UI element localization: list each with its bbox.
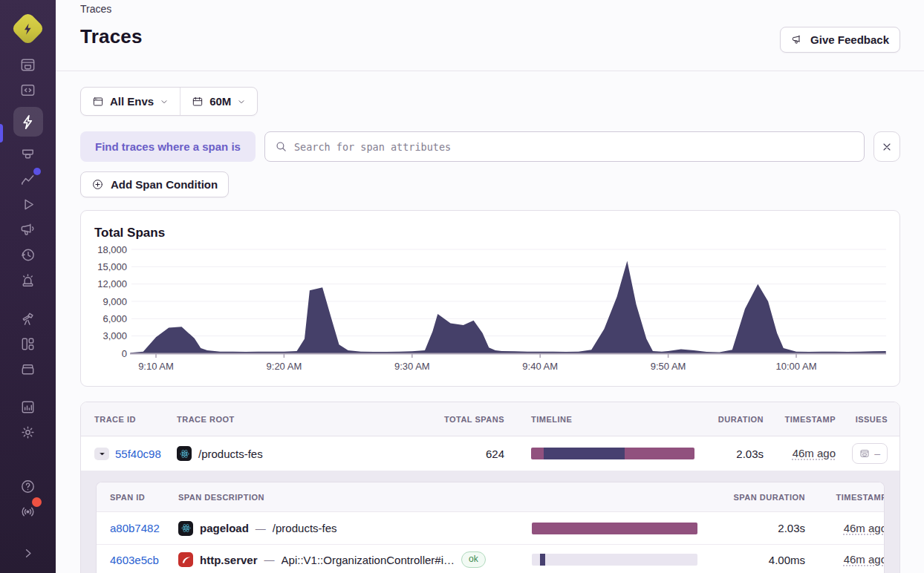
search-icon	[275, 140, 287, 153]
sentry-logo[interactable]	[0, 4, 56, 52]
svg-text:12,000: 12,000	[97, 278, 127, 289]
code-folder-icon	[19, 82, 36, 99]
chevron-down-icon	[160, 97, 169, 106]
total-spans-area-chart: 03,0006,0009,00012,00015,00018,0009:10 A…	[93, 242, 901, 377]
trace-id-link[interactable]: 55f40c98	[115, 448, 161, 460]
span-duration-bar	[532, 554, 697, 566]
rails-project-icon	[178, 552, 193, 567]
span-id-link[interactable]: 4603e5cb	[110, 554, 178, 566]
breadcrumb[interactable]: Traces	[80, 0, 111, 15]
span-op: http.server	[200, 554, 258, 566]
spans-table-header: SPAN ID SPAN DESCRIPTION SPAN DURATION T…	[97, 482, 884, 512]
sidebar-item-explore[interactable]	[13, 77, 43, 102]
sidebar-item-discover[interactable]	[13, 306, 43, 331]
calendar-icon	[192, 96, 204, 108]
find-traces-chip: Find traces where a span is	[80, 131, 256, 162]
svg-text:9:20 AM: 9:20 AM	[267, 361, 302, 372]
total-spans-chart-card: Total Spans 03,0006,0009,00012,00015,000…	[80, 210, 900, 387]
archive-box-icon	[19, 361, 36, 378]
lightning-icon	[19, 114, 36, 131]
feedback-label: Give Feedback	[810, 33, 889, 46]
trace-timeline-bar	[531, 448, 694, 459]
span-id-link[interactable]: a80b7482	[110, 522, 178, 534]
react-project-icon	[177, 446, 192, 461]
span-description: Api::V1::OrganizationController#i…	[282, 554, 455, 566]
header-trace-id: TRACE ID	[94, 415, 177, 424]
sidebar-item-settings[interactable]	[13, 419, 43, 445]
collapse-row-button[interactable]	[94, 448, 109, 460]
trace-root-name: /products-fes	[198, 448, 263, 460]
sidebar-item-traces[interactable]	[13, 107, 43, 137]
trace-timestamp-link[interactable]: 46m ago	[793, 447, 836, 459]
window-icon	[92, 96, 104, 108]
separator: —	[264, 554, 275, 566]
time-range-filter[interactable]: 60M	[180, 88, 257, 115]
active-nav-indicator	[0, 124, 3, 143]
sidebar-collapse-button[interactable]	[13, 540, 43, 566]
help-icon	[19, 478, 36, 495]
add-span-condition-button[interactable]: Add Span Condition	[80, 171, 229, 197]
filter-bar: All Envs 60M	[80, 87, 258, 116]
environment-filter[interactable]: All Envs	[81, 88, 180, 115]
span-search-input[interactable]	[294, 141, 854, 153]
sidebar-item-feedback[interactable]	[13, 217, 43, 242]
span-duration: 2.03s	[697, 522, 805, 534]
chevron-down-icon	[98, 450, 106, 458]
span-status-badge: ok	[461, 551, 486, 568]
trace-issues-button[interactable]: –	[852, 443, 888, 464]
query-builder-row: Find traces where a span is	[80, 131, 900, 162]
svg-text:15,000: 15,000	[97, 261, 127, 272]
sidebar-item-graphs[interactable]	[13, 166, 43, 191]
span-timestamp-link[interactable]: 46m ago	[844, 553, 885, 566]
span-row: a80b7482 pageload — /products-fes 2.03s …	[97, 512, 884, 544]
sidebar-item-help[interactable]	[13, 474, 43, 499]
main-area: Traces Traces Give Feedback All Envs 60M…	[56, 0, 924, 573]
give-feedback-button[interactable]: Give Feedback	[780, 27, 900, 53]
span-row: 4603e5cb http.server — Api::V1::Organiza…	[97, 544, 884, 573]
chevron-down-icon	[237, 97, 246, 106]
svg-text:6,000: 6,000	[103, 313, 127, 324]
svg-text:3,000: 3,000	[103, 330, 127, 341]
sidebar-item-history[interactable]	[13, 242, 43, 267]
header-timestamp: TIMESTAMP	[764, 415, 836, 424]
sidebar-item-replays[interactable]	[13, 191, 43, 217]
bar-chart-icon	[19, 399, 36, 416]
chevron-right-icon	[19, 545, 36, 562]
header-span-timestamp: TIMESTAMP	[805, 493, 885, 502]
trace-duration: 2.03s	[694, 448, 764, 460]
projector-icon	[19, 145, 36, 163]
page-title: Traces	[80, 25, 900, 48]
header-span-id: SPAN ID	[110, 493, 178, 502]
sidebar-item-archive[interactable]	[13, 356, 43, 382]
span-search-box[interactable]	[264, 131, 865, 162]
header-span-description: SPAN DESCRIPTION	[178, 493, 532, 502]
react-project-icon	[178, 521, 193, 536]
traces-table-header: TRACE ID TRACE ROOT TOTAL SPANS TIMELINE…	[81, 402, 899, 436]
chart-title: Total Spans	[81, 211, 899, 240]
header-duration: DURATION	[694, 415, 764, 424]
content: All Envs 60M Find traces where a span is	[56, 71, 924, 573]
span-duration: 4.00ms	[697, 554, 805, 566]
clear-search-button[interactable]	[873, 131, 900, 162]
svg-text:9:10 AM: 9:10 AM	[138, 361, 174, 372]
time-range-label: 60M	[209, 95, 231, 108]
sidebar-item-dashboards[interactable]	[13, 331, 43, 356]
play-icon	[19, 196, 36, 213]
sidebar-item-stats[interactable]	[13, 394, 43, 419]
svg-text:9:50 AM: 9:50 AM	[651, 361, 686, 372]
issues-count: –	[874, 448, 880, 459]
span-description: /products-fes	[273, 522, 337, 534]
sidebar-item-insights[interactable]	[13, 141, 43, 166]
sidebar	[0, 0, 56, 573]
megaphone-icon	[791, 33, 804, 46]
sidebar-item-whats-new[interactable]	[13, 499, 43, 524]
sidebar-item-alerts[interactable]	[13, 267, 43, 292]
page-header: Traces Traces Give Feedback	[56, 0, 924, 71]
megaphone-icon	[19, 221, 36, 238]
telescope-icon	[19, 310, 36, 327]
sidebar-item-issues[interactable]	[13, 52, 43, 77]
notification-dot-blue	[33, 168, 41, 175]
svg-text:9:40 AM: 9:40 AM	[522, 361, 558, 372]
span-op: pageload	[200, 522, 249, 534]
span-timestamp-link[interactable]: 46m ago	[844, 522, 885, 534]
